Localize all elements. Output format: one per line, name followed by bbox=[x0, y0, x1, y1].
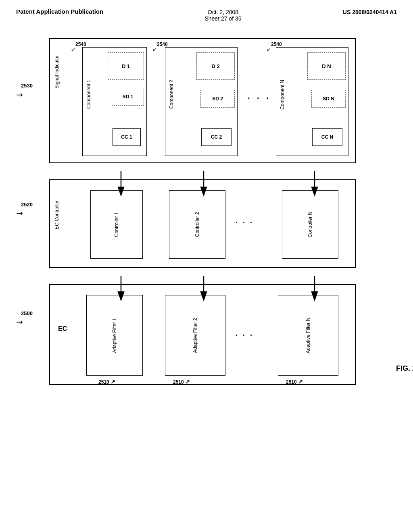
label-2540-2: 2540 bbox=[157, 42, 168, 47]
d1-box: D 1 bbox=[108, 52, 144, 80]
sd1-box: SD 1 bbox=[112, 88, 144, 106]
signal-indicator-label: Signal Indicator bbox=[54, 55, 60, 89]
page-header: Patent Application Publication Oct. 2, 2… bbox=[0, 0, 413, 26]
ec-label: EC bbox=[58, 325, 67, 332]
diagram-area: 2530 ↗ Signal Indicator 2540 ↙ Component… bbox=[25, 38, 388, 385]
label-2510-N-text: 2510 bbox=[286, 379, 297, 385]
label-2510-1: 2510 ↗ bbox=[98, 378, 115, 385]
component1-box: Component 1 D 1 SD 1 CC 1 bbox=[82, 47, 147, 156]
sdN-label: SD N bbox=[323, 96, 334, 102]
dots-top: . . . bbox=[248, 91, 271, 101]
arrow-2530-icon: ↗ bbox=[14, 89, 25, 101]
d1-label: D 1 bbox=[122, 63, 130, 69]
cc1-label: CC 1 bbox=[121, 134, 132, 140]
ccN-label: CC N bbox=[321, 134, 333, 140]
arrow-2510-2-icon: ↗ bbox=[185, 378, 190, 385]
adaptive-filter1-label: Adaptive Filter 1 bbox=[112, 318, 117, 353]
sdN-box: SD N bbox=[311, 90, 346, 108]
cc2-label: CC 2 bbox=[211, 134, 222, 140]
componentN-label: Component N bbox=[280, 80, 285, 110]
sd1-label: SD 1 bbox=[123, 94, 133, 100]
sd2-label: SD 2 bbox=[212, 96, 223, 102]
controller1-box: Controller 1 bbox=[90, 190, 143, 259]
patent-app-publication: Patent Application Publication bbox=[16, 8, 103, 15]
publication-date: Oct. 2, 2008 bbox=[204, 9, 241, 15]
dN-box: D N bbox=[307, 52, 346, 80]
cc1-box: CC 1 bbox=[113, 128, 141, 146]
box-2500: EC Adaptive Filter 1 2510 ↗ Adaptive Fil… bbox=[49, 284, 356, 385]
label-2510-2: 2510 ↗ bbox=[173, 378, 190, 385]
label-2530-num: 2530 bbox=[21, 83, 33, 89]
label-2540-1: 2540 bbox=[75, 42, 86, 47]
controller2-box: Controller 2 bbox=[169, 190, 225, 259]
row-2520: 2520 ↗ EC Controller Controller 1 Contro… bbox=[25, 179, 388, 268]
controller2-label: Controller 2 bbox=[194, 212, 200, 237]
label-2540-3: 2540 bbox=[271, 42, 282, 47]
gap-mid-bot bbox=[25, 268, 388, 284]
controllerN-label: Controller N bbox=[307, 212, 313, 237]
ec-controller-label: EC Controller bbox=[54, 200, 60, 229]
fig-label: FIG. 25 bbox=[396, 364, 413, 373]
dots-bot: . . . bbox=[236, 329, 254, 338]
adaptive-filterN-label: Adaptive Filter N bbox=[305, 318, 311, 353]
arrow-2510-1-icon: ↗ bbox=[111, 378, 115, 385]
d2-label: D 2 bbox=[211, 63, 219, 69]
adaptive-filterN-box: Adaptive Filter N bbox=[278, 295, 338, 376]
component2-label: Component 2 bbox=[169, 80, 174, 109]
label-2510-2-text: 2510 bbox=[173, 379, 184, 385]
row-2500: 2500 ↗ EC Adaptive Filter 1 2510 ↗ Adapt… bbox=[25, 284, 388, 385]
box-2520: EC Controller Controller 1 Controller 2 … bbox=[49, 179, 356, 268]
sd2-box: SD 2 bbox=[200, 90, 235, 108]
header-left-title: Patent Application Publication bbox=[16, 7, 103, 16]
ccN-box: CC N bbox=[312, 128, 342, 146]
gap-top-mid bbox=[25, 163, 388, 179]
label-2510-1-text: 2510 bbox=[98, 379, 109, 385]
box-2530: Signal Indicator 2540 ↙ Component 1 D 1 … bbox=[49, 38, 356, 163]
componentN-box: Component N D N SD N CC N bbox=[276, 47, 348, 156]
arrow-2500-icon: ↗ bbox=[14, 316, 25, 328]
arrow-2520-icon: ↗ bbox=[14, 208, 25, 219]
cc2-box: CC 2 bbox=[201, 128, 232, 146]
patent-number: US 2008/0240414 A1 bbox=[343, 7, 397, 15]
controllerN-box: Controller N bbox=[282, 190, 338, 259]
component1-label: Component 1 bbox=[86, 80, 92, 109]
dots-mid: . . . bbox=[236, 216, 254, 225]
label-2500-num: 2500 bbox=[21, 310, 33, 316]
adaptive-filter1-box: Adaptive Filter 1 bbox=[86, 295, 143, 376]
dN-label: D N bbox=[322, 63, 331, 69]
row-2530: 2530 ↗ Signal Indicator 2540 ↙ Component… bbox=[25, 38, 388, 163]
arrow-2540-2-icon: ↙ bbox=[152, 46, 157, 52]
arrow-2510-N-icon: ↗ bbox=[298, 378, 303, 385]
adaptive-filter2-label: Adaptive Filter 2 bbox=[192, 318, 198, 353]
label-2510-N: 2510 ↗ bbox=[286, 378, 303, 385]
arrow-2540-3-icon: ↙ bbox=[267, 46, 271, 52]
controller1-label: Controller 1 bbox=[114, 212, 119, 237]
d2-box: D 2 bbox=[196, 52, 235, 80]
header-center-info: Oct. 2, 2008 Sheet 27 of 35 bbox=[204, 7, 241, 22]
label-2520-num: 2520 bbox=[21, 202, 33, 208]
component2-box: Component 2 D 2 SD 2 CC 2 bbox=[165, 47, 238, 156]
adaptive-filter2-box: Adaptive Filter 2 bbox=[165, 295, 225, 376]
sheet-info: Sheet 27 of 35 bbox=[204, 15, 241, 22]
arrow-2540-1-icon: ↙ bbox=[71, 46, 75, 52]
